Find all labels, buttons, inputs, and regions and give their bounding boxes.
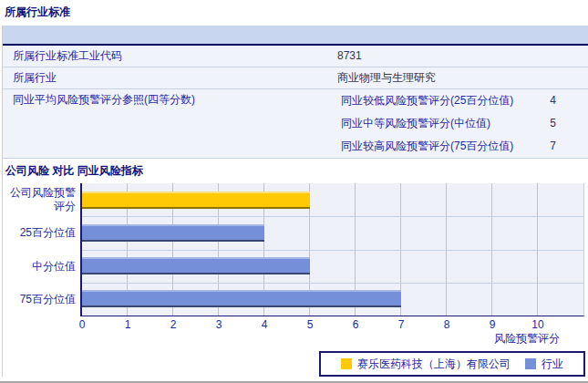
plot-area	[80, 183, 584, 316]
x-tick-label: 10	[531, 318, 543, 331]
row-label: 所属行业标准工业代码	[3, 46, 326, 67]
category-label: 25百分位值	[3, 226, 76, 240]
section-title-risk-comparison: 公司风险 对比 同业风险指标	[3, 159, 588, 178]
table-header-row	[3, 26, 588, 46]
legend-label: 赛乐医药科技（上海）有限公司	[357, 357, 511, 372]
sub-row: 同业中等风险预警评分(中位值)5	[337, 112, 588, 135]
sub-row-label: 同业较低风险预警评分(25百分位值)	[341, 94, 513, 108]
report-page: { "section1": { "title": "所属行业标准" }, "in…	[0, 0, 588, 383]
table-row: 所属行业标准工业代码8731	[3, 46, 588, 67]
sub-row-value: 7	[550, 140, 556, 153]
category-label: 中分位值	[3, 259, 76, 273]
sub-row-value: 5	[550, 117, 556, 130]
bar-industry	[82, 257, 310, 274]
x-tick-label: 6	[353, 318, 359, 331]
row-value: 同业较低风险预警评分(25百分位值)4同业中等风险预警评分(中位值)5同业较高风…	[326, 89, 588, 158]
industry-table-rows: 所属行业标准工业代码8731所属行业商业物理与生理研究同业平均风险预警评分参照(…	[3, 46, 588, 159]
row-label: 同业平均风险预警评分参照(四等分数)	[3, 89, 326, 110]
sub-row-value: 4	[550, 94, 556, 108]
x-tick-label: 4	[262, 318, 268, 331]
row-value: 8731	[326, 46, 588, 67]
chart-legend: 赛乐医药科技（上海）有限公司行业	[319, 351, 585, 377]
x-tick-label: 0	[79, 318, 86, 331]
band-separator	[82, 216, 583, 217]
row-label: 所属行业	[3, 67, 326, 88]
section-title-industry-standard: 所属行业标准	[0, 0, 588, 19]
sub-row-label: 同业较高风险预警评分(75百分位值)	[341, 140, 513, 153]
table-row: 所属行业商业物理与生理研究	[3, 67, 588, 89]
x-tick-label: 2	[170, 318, 177, 331]
band-separator	[82, 283, 583, 284]
bar-industry	[82, 290, 401, 307]
x-tick-label: 1	[125, 318, 131, 331]
legend-label: 行业	[542, 357, 563, 372]
band-separator	[82, 250, 583, 251]
content-area: 所属行业标准工业代码8731所属行业商业物理与生理研究同业平均风险预警评分参照(…	[2, 26, 588, 377]
legend-swatch	[341, 358, 352, 369]
sub-row: 同业较低风险预警评分(25百分位值)4	[337, 89, 588, 112]
legend-swatch	[525, 358, 536, 369]
x-tick-label: 7	[398, 318, 405, 331]
sub-row-label: 同业中等风险预警评分(中位值)	[341, 117, 490, 130]
x-tick-label: 9	[490, 318, 496, 331]
x-tick-label: 5	[307, 318, 314, 331]
legend-item: 行业	[525, 357, 563, 372]
sub-row: 同业较高风险预警评分(75百分位值)7	[337, 135, 588, 158]
x-axis-label: 风险预警评分	[494, 331, 560, 347]
x-tick-label: 8	[444, 318, 450, 331]
bar-company	[82, 192, 310, 209]
category-label: 公司风险预警评分	[3, 186, 76, 213]
industry-table: 所属行业标准工业代码8731所属行业商业物理与生理研究同业平均风险预警评分参照(…	[3, 26, 588, 159]
legend-item: 赛乐医药科技（上海）有限公司	[341, 357, 511, 372]
x-tick-label: 3	[216, 318, 222, 331]
bar-industry	[82, 224, 264, 242]
table-row: 同业平均风险预警评分参照(四等分数)同业较低风险预警评分(25百分位值)4同业中…	[3, 89, 588, 159]
category-label: 75百分位值	[3, 292, 76, 305]
risk-comparison-chart: 公司风险预警评分25百分位值中分位值75百分位值 012345678910 风险…	[3, 183, 588, 346]
row-value: 商业物理与生理研究	[326, 67, 588, 88]
